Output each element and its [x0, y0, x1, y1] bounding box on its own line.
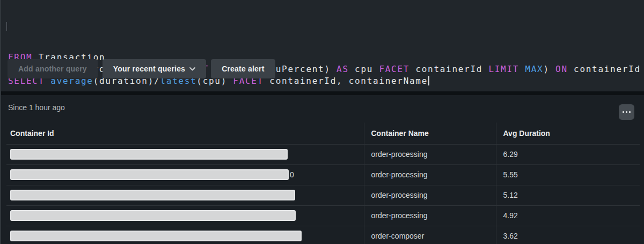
container-name-cell: order-processing [364, 164, 496, 185]
container-id-cell [6, 205, 364, 226]
time-range-label: Since 1 hour ago [8, 103, 65, 112]
redacted-container-id [10, 149, 288, 160]
container-id-cell [6, 226, 364, 244]
container-id-trailing-char: 0 [290, 170, 294, 179]
chevron-down-icon [189, 67, 195, 71]
more-options-button[interactable] [619, 104, 634, 120]
avg-duration-cell: 5.12 [496, 185, 640, 205]
query-toolbar: Add another query Your recent queries Cr… [8, 59, 275, 78]
text-cursor [428, 76, 429, 85]
results-table: Container Id Container Name Avg Duration… [6, 123, 640, 244]
results-table-body: order-processing6.290order-processing5.5… [6, 144, 640, 244]
redacted-container-id [10, 169, 289, 180]
indent-guide [6, 22, 7, 31]
avg-duration-cell: 4.92 [496, 205, 640, 226]
container-name-cell: order-composer [364, 226, 496, 244]
redacted-container-id [10, 231, 302, 241]
table-row: 0order-processing5.55 [6, 164, 640, 185]
column-header-avg-duration[interactable]: Avg Duration [496, 123, 640, 144]
query-card: FROM Transaction JOIN (FROM ProcessSampl… [1, 0, 644, 91]
column-header-container-id[interactable]: Container Id [6, 123, 364, 144]
results-card: Since 1 hour ago Container Id Container … [1, 95, 644, 244]
table-header-row: Container Id Container Name Avg Duration [6, 123, 640, 144]
table-row: order-composer3.62 [6, 226, 640, 244]
container-id-cell [6, 144, 364, 164]
create-alert-button[interactable]: Create alert [211, 59, 275, 78]
table-row: order-processing4.92 [6, 205, 640, 226]
ellipsis-icon [623, 111, 631, 113]
recent-queries-button[interactable]: Your recent queries [103, 59, 206, 78]
container-name-cell: order-processing [364, 185, 496, 205]
container-id-cell [6, 185, 364, 205]
column-header-container-name[interactable]: Container Name [364, 123, 496, 144]
table-row: order-processing6.29 [6, 144, 640, 164]
avg-duration-cell: 3.62 [496, 226, 640, 244]
recent-queries-label: Your recent queries [113, 64, 185, 73]
avg-duration-cell: 5.55 [496, 164, 640, 185]
container-name-cell: order-processing [364, 205, 496, 226]
redacted-container-id [10, 210, 296, 221]
avg-duration-cell: 6.29 [496, 144, 640, 164]
redacted-container-id [10, 190, 295, 200]
container-name-cell: order-processing [364, 144, 496, 164]
add-another-query-button[interactable]: Add another query [8, 59, 98, 78]
nrql-query-builder-screen: FROM Transaction JOIN (FROM ProcessSampl… [0, 0, 644, 244]
table-row: order-processing5.12 [6, 185, 640, 205]
container-id-cell: 0 [6, 164, 364, 185]
